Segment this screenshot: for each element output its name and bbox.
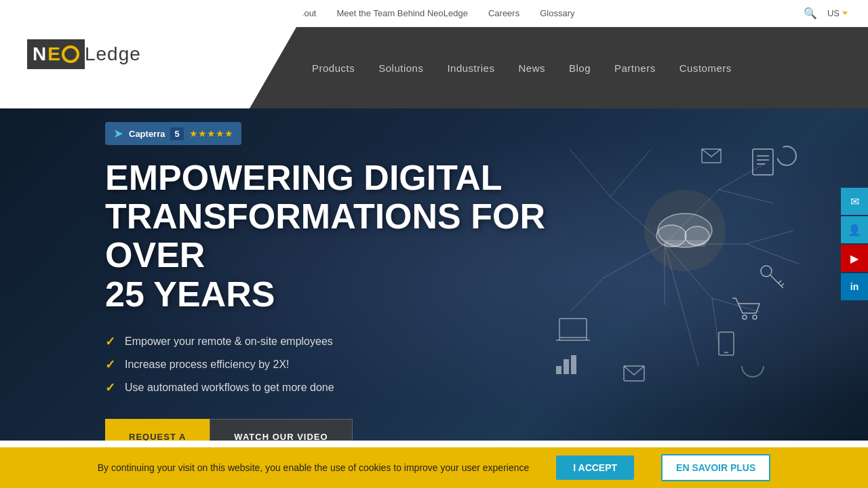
hero-title: EMPOWERING DIGITAL TRANSFORMATIONS FOR O… [105, 159, 546, 314]
logo-n-letter: N [33, 43, 46, 65]
check-item-3: ✓ Use automated workflows to get more do… [105, 380, 546, 395]
hero-title-line1: EMPOWERING DIGITAL [105, 158, 502, 197]
logo-e-letter: E [47, 43, 60, 65]
capterra-arrow-icon: ➤ [113, 126, 123, 141]
linkedin-icon: in [850, 281, 859, 292]
cookie-accept-button[interactable]: I ACCEPT [556, 455, 634, 480]
lang-label: US [827, 8, 840, 18]
nav-blog[interactable]: Blog [569, 62, 591, 74]
logo[interactable]: N E Ledge [27, 39, 141, 69]
top-bar-right: 🔍 US [804, 7, 848, 20]
top-bar-links: About Meet the Team Behind NeoLedge Care… [294, 8, 575, 18]
hero-title-line2: TRANSFORMATIONS FOR OVER [105, 197, 545, 274]
person-icon: 👤 [848, 224, 861, 237]
checkmark-icon-2: ✓ [105, 357, 115, 372]
checkmark-icon-1: ✓ [105, 334, 115, 349]
social-youtube-button[interactable]: ▶ [841, 245, 868, 272]
nav-news[interactable]: News [518, 62, 545, 74]
nav-solutions[interactable]: Solutions [378, 62, 423, 74]
cookie-bar: By continuing your visit on this website… [0, 447, 868, 488]
nav-industries[interactable]: Industries [447, 62, 494, 74]
top-link-careers[interactable]: Careers [488, 8, 519, 18]
checkmark-icon-3: ✓ [105, 380, 115, 395]
request-button[interactable]: REQUEST A [105, 419, 210, 441]
top-link-glossary[interactable]: Glossary [540, 8, 574, 18]
watch-video-button[interactable]: WATCH OUR VIDEO [210, 419, 352, 441]
capterra-badge[interactable]: ➤ Capterra 5 ★★★★★ [105, 122, 241, 145]
nav-partners[interactable]: Partners [614, 62, 656, 74]
hero-content: ➤ Capterra 5 ★★★★★ EMPOWERING DIGITAL TR… [105, 122, 546, 441]
hero-checklist: ✓ Empower your remote & on-site employee… [105, 334, 546, 395]
hero-title-line3: 25 YEARS [105, 274, 275, 314]
check-item-2: ✓ Increase process efficiency by 2X! [105, 357, 546, 372]
main-nav-links: Products Solutions Industries News Blog … [312, 62, 732, 74]
capterra-rating: 5 [170, 127, 183, 140]
language-selector[interactable]: US [827, 8, 848, 18]
youtube-icon: ▶ [850, 252, 859, 265]
email-icon: ✉ [850, 195, 859, 208]
main-nav: N E Ledge Products Solutions Industries … [0, 27, 868, 108]
check-text-2: Increase process efficiency by 2X! [125, 359, 290, 371]
social-linkedin-button[interactable]: in [841, 273, 868, 300]
social-contact-button[interactable]: 👤 [841, 216, 868, 243]
lang-arrow-icon [842, 12, 848, 15]
social-email-button[interactable]: ✉ [841, 188, 868, 215]
logo-o-circle [62, 45, 79, 63]
side-social-bar: ✉ 👤 ▶ in [841, 188, 868, 300]
top-link-team[interactable]: Meet the Team Behind NeoLedge [336, 8, 467, 18]
cookie-message: By continuing your visit on this website… [98, 462, 530, 473]
logo-ledge-text: Ledge [85, 43, 141, 65]
hero-section: ➤ Capterra 5 ★★★★★ EMPOWERING DIGITAL TR… [0, 108, 868, 441]
logo-neo-block: N E [27, 39, 85, 69]
check-text-3: Use automated workflows to get more done [125, 382, 334, 394]
cookie-learn-more-button[interactable]: EN SAVOIR PLUS [661, 454, 770, 481]
check-text-1: Empower your remote & on-site employees [125, 336, 333, 348]
nav-products[interactable]: Products [312, 62, 355, 74]
nav-customers[interactable]: Customers [679, 62, 732, 74]
capterra-label: Capterra [129, 129, 165, 139]
capterra-stars: ★★★★★ [189, 128, 233, 139]
search-icon[interactable]: 🔍 [804, 7, 817, 20]
check-item-1: ✓ Empower your remote & on-site employee… [105, 334, 546, 349]
logo-area: N E Ledge [0, 0, 312, 108]
hero-buttons: REQUEST A WATCH OUR VIDEO [105, 419, 546, 441]
